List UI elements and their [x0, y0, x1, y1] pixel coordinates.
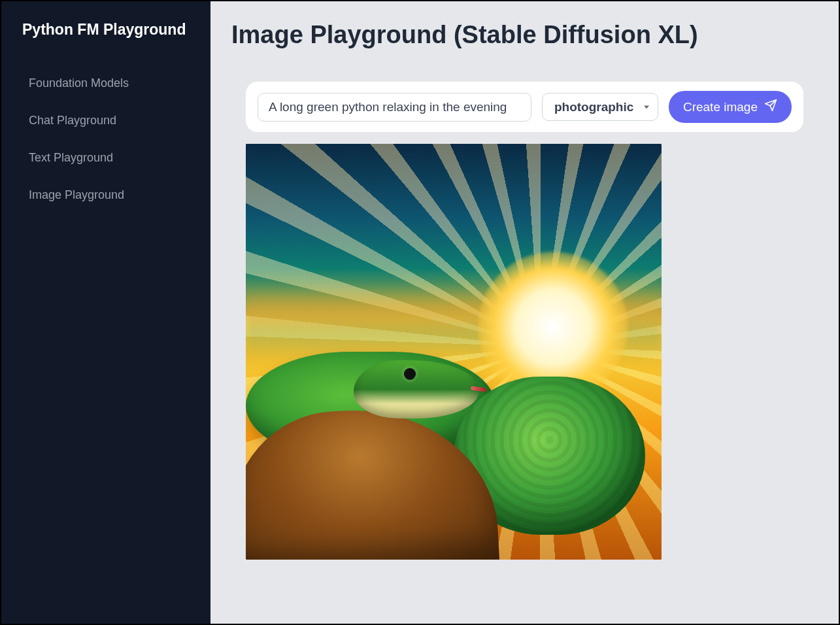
result-area [246, 144, 803, 562]
sidebar-item-image-playground[interactable]: Image Playground [1, 177, 210, 214]
prompt-input[interactable] [258, 93, 531, 122]
send-icon [764, 99, 777, 115]
prompt-toolbar: photographic Create image [246, 82, 803, 132]
create-image-button[interactable]: Create image [669, 91, 792, 123]
page-title: Image Playground (Stable Diffusion XL) [231, 21, 818, 49]
sidebar-item-text-playground[interactable]: Text Playground [1, 139, 210, 177]
style-select-wrap: photographic [542, 93, 658, 121]
style-select[interactable]: photographic [542, 93, 658, 121]
playground-card: photographic Create image [231, 67, 818, 577]
sidebar-nav: Foundation Models Chat Playground Text P… [1, 65, 210, 214]
create-image-label: Create image [683, 100, 758, 114]
app-title: Python FM Playground [1, 21, 210, 65]
main-content: Image Playground (Stable Diffusion XL) p… [210, 1, 839, 624]
sidebar: Python FM Playground Foundation Models C… [1, 1, 210, 624]
sidebar-item-foundation-models[interactable]: Foundation Models [1, 65, 210, 102]
sidebar-item-chat-playground[interactable]: Chat Playground [1, 102, 210, 139]
generated-image [246, 144, 662, 560]
